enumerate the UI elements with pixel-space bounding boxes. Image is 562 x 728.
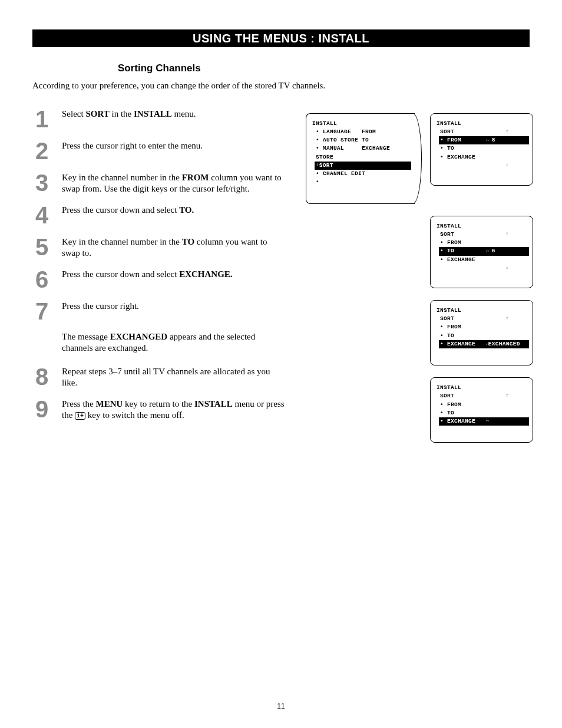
step-body: Key in the channel number in the TO colu… (62, 235, 286, 259)
step-body: Repeat steps 3–7 until all TV channels a… (62, 365, 286, 389)
step: 8Repeat steps 3–7 until all TV channels … (32, 365, 286, 389)
step: 9Press the MENU key to return to the INS… (32, 397, 286, 421)
step-body: Key in the channel number in the FROM co… (62, 171, 286, 195)
step-number: 7 (32, 299, 51, 323)
osd-sort-to: INSTALL SORT↑ • FROM • TO↔ 6 • EXCHANGE … (430, 216, 533, 288)
osd-sort-from: INSTALL SORT↑ • FROM↔ 8 • TO • EXCHANGE … (430, 113, 533, 186)
step-body: Press the MENU key to return to the INST… (62, 397, 286, 421)
step: 7Press the cursor right. (32, 299, 286, 323)
step-number: 1 (32, 107, 51, 131)
step-number: 4 (32, 203, 51, 227)
step-number: 9 (32, 397, 51, 421)
osd-install-main: INSTALL • LANGUAGEFROM • AUTO STORETO • … (306, 113, 415, 204)
intro-text: According to your preference, you can ch… (32, 80, 339, 92)
step-body: Press the cursor right. (62, 299, 139, 312)
step-body: Press the cursor right to enter the menu… (62, 139, 203, 152)
page-title-bar: USING THE MENUS : INSTALL (32, 29, 530, 47)
step: 1Select SORT in the INSTALL menu. (32, 107, 286, 131)
step-number: 6 (32, 268, 51, 291)
step: 3Key in the channel number in the FROM c… (32, 171, 286, 195)
step-number: 5 (32, 235, 51, 259)
osd-sort-exchanged: INSTALL SORT↑ • FROM • TO • EXCHANGE↔EXC… (430, 300, 533, 365)
page-number: 11 (32, 702, 530, 710)
step-number: 2 (32, 139, 51, 163)
step-number: 3 (32, 171, 51, 195)
step-number: 8 (32, 365, 51, 388)
step: 5Key in the channel number in the TO col… (32, 235, 286, 259)
osd-screens-column: INSTALL • LANGUAGEFROM • AUTO STORETO • … (306, 107, 533, 443)
osd-sort-exchange-ready: INSTALL SORT↑ • FROM • TO • EXCHANGE↔ (430, 377, 533, 443)
step: 4Press the cursor down and select TO. (32, 203, 286, 227)
step-body: Press the cursor down and select TO. (62, 203, 194, 216)
step: 6Press the cursor down and select EXCHAN… (32, 268, 286, 291)
step-body: Select SORT in the INSTALL menu. (62, 107, 196, 120)
steps-column: 1Select SORT in the INSTALL menu.2Press … (32, 107, 286, 430)
note-text: The message EXCHANGED appears and the se… (62, 331, 286, 354)
step-body: Press the cursor down and select EXCHANG… (62, 268, 233, 281)
step: 2Press the cursor right to enter the men… (32, 139, 286, 163)
section-title: Sorting Channels (118, 62, 530, 74)
